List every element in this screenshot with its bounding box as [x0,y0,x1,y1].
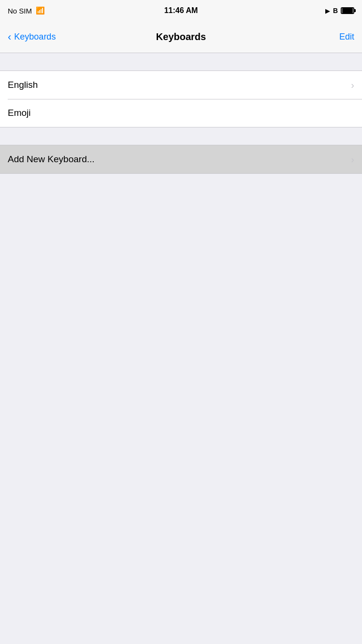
keyboards-list: English › Emoji [0,70,362,127]
wifi-icon: 📶 [36,6,45,15]
edit-button[interactable]: Edit [339,32,354,42]
status-bar: No SIM 📶 11:46 AM ▶ B [0,0,362,21]
status-bar-right: ▶ B [325,7,354,14]
add-keyboard-button[interactable]: Add New Keyboard... › [0,145,362,173]
location-icon: ▶ [325,7,330,14]
back-label: Keyboards [14,32,56,42]
add-keyboard-label: Add New Keyboard... [8,154,95,165]
add-keyboard-section: Add New Keyboard... › [0,145,362,174]
keyboard-item-label: Emoji [8,108,31,118]
carrier-label: No SIM [8,7,32,15]
mid-section-gap [0,127,362,145]
back-button[interactable]: ‹ Keyboards [8,31,56,43]
bottom-gap [0,174,362,512]
top-section-gap [0,53,362,70]
nav-bar: ‹ Keyboards Keyboards Edit [0,21,362,53]
keyboard-item-emoji[interactable]: Emoji [0,99,362,127]
chevron-right-icon: › [351,80,354,91]
keyboard-item-english[interactable]: English › [0,71,362,99]
keyboard-item-label: English [8,80,38,90]
bluetooth-icon: B [333,7,338,14]
battery-icon [341,7,354,14]
back-chevron-icon: ‹ [8,31,11,43]
status-bar-left: No SIM 📶 [8,6,45,15]
status-bar-time: 11:46 AM [164,6,198,15]
page-title: Keyboards [156,31,206,42]
add-chevron-right-icon: › [351,154,354,165]
